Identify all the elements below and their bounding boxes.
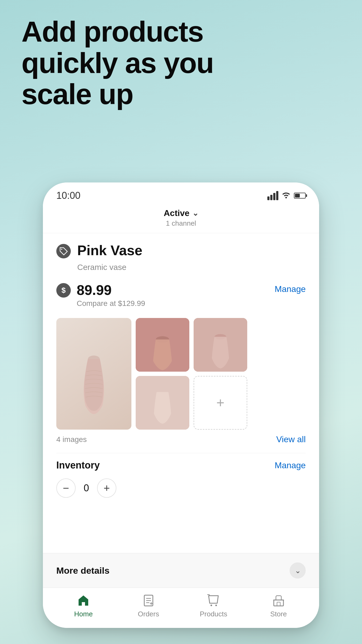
inventory-stepper: − 0 + bbox=[56, 478, 306, 498]
store-icon bbox=[271, 593, 286, 608]
inventory-value: 0 bbox=[81, 482, 92, 494]
images-count: 4 images bbox=[56, 435, 87, 444]
nav-item-orders[interactable]: Orders bbox=[131, 593, 166, 618]
battery-icon bbox=[294, 193, 306, 199]
inventory-header: Inventory Manage bbox=[56, 460, 306, 471]
price-info: 89.99 Compare at $129.99 bbox=[77, 282, 145, 308]
status-bar: 10:00 bbox=[43, 182, 319, 204]
svg-point-12 bbox=[215, 605, 217, 606]
product-content: Pink Vase Ceramic vase $ 89.99 Compare a… bbox=[43, 233, 319, 553]
svg-rect-13 bbox=[274, 600, 283, 606]
nav-label-orders: Orders bbox=[138, 610, 159, 618]
headline: Add products quickly as you scale up bbox=[21, 16, 213, 110]
phone-inner: 10:00 Active ⌄ 1 channe bbox=[43, 182, 319, 628]
svg-rect-14 bbox=[277, 602, 280, 606]
add-image-button[interactable]: + bbox=[194, 376, 247, 430]
svg-text:$: $ bbox=[61, 286, 66, 294]
channel-status[interactable]: Active ⌄ bbox=[164, 208, 198, 218]
images-footer: 4 images View all bbox=[56, 434, 306, 444]
nav-item-products[interactable]: Products bbox=[196, 593, 231, 618]
products-icon bbox=[206, 593, 221, 608]
dollar-icon: $ bbox=[56, 283, 71, 298]
channel-chevron-icon: ⌄ bbox=[192, 209, 198, 218]
image-main[interactable] bbox=[56, 318, 131, 430]
price-left: $ 89.99 Compare at $129.99 bbox=[56, 282, 145, 308]
image-thumb-1[interactable] bbox=[136, 318, 189, 372]
more-details-chevron-icon[interactable]: ⌄ bbox=[290, 562, 306, 579]
wifi-icon bbox=[282, 191, 291, 200]
tag-icon bbox=[56, 244, 71, 258]
decrement-button[interactable]: − bbox=[56, 478, 76, 498]
signal-icon bbox=[267, 191, 278, 200]
price-main: 89.99 bbox=[77, 282, 145, 298]
price-row: $ 89.99 Compare at $129.99 Manage bbox=[56, 279, 306, 309]
headline-line1: Add products bbox=[21, 15, 203, 48]
inventory-section: Inventory Manage − 0 + bbox=[56, 453, 306, 504]
price-manage-button[interactable]: Manage bbox=[275, 282, 306, 294]
product-type: Ceramic vase bbox=[56, 261, 306, 279]
phone-shell: 10:00 Active ⌄ 1 channe bbox=[43, 182, 319, 628]
orders-icon bbox=[141, 593, 156, 608]
status-time: 10:00 bbox=[56, 190, 80, 201]
inventory-manage-button[interactable]: Manage bbox=[275, 460, 306, 470]
status-icons bbox=[267, 191, 306, 200]
home-icon bbox=[76, 593, 91, 608]
svg-point-11 bbox=[210, 605, 212, 606]
channel-header: Active ⌄ 1 channel bbox=[43, 204, 319, 233]
svg-point-1 bbox=[61, 249, 62, 250]
channel-status-text: Active bbox=[164, 208, 189, 218]
more-details-label: More details bbox=[56, 565, 109, 576]
view-all-button[interactable]: View all bbox=[276, 434, 306, 444]
image-thumb-3[interactable] bbox=[136, 376, 189, 430]
bottom-nav: Home Orders bbox=[43, 588, 319, 628]
headline-line3: scale up bbox=[21, 78, 133, 110]
nav-item-home[interactable]: Home bbox=[66, 593, 101, 618]
images-grid: + bbox=[56, 318, 306, 430]
increment-button[interactable]: + bbox=[97, 478, 116, 498]
nav-label-home: Home bbox=[74, 610, 93, 618]
nav-label-products: Products bbox=[200, 610, 227, 618]
image-thumb-2[interactable] bbox=[194, 318, 247, 372]
svg-point-0 bbox=[56, 244, 71, 258]
more-details-row[interactable]: More details ⌄ bbox=[43, 553, 319, 588]
headline-line2: quickly as you bbox=[21, 47, 213, 79]
nav-item-store[interactable]: Store bbox=[261, 593, 296, 618]
product-title-row: Pink Vase bbox=[56, 233, 306, 261]
price-compare: Compare at $129.99 bbox=[77, 299, 145, 308]
nav-label-store: Store bbox=[270, 610, 287, 618]
inventory-label: Inventory bbox=[56, 460, 100, 471]
product-name: Pink Vase bbox=[77, 243, 142, 258]
channel-subtext: 1 channel bbox=[166, 219, 196, 228]
vase-illustration bbox=[70, 334, 118, 414]
